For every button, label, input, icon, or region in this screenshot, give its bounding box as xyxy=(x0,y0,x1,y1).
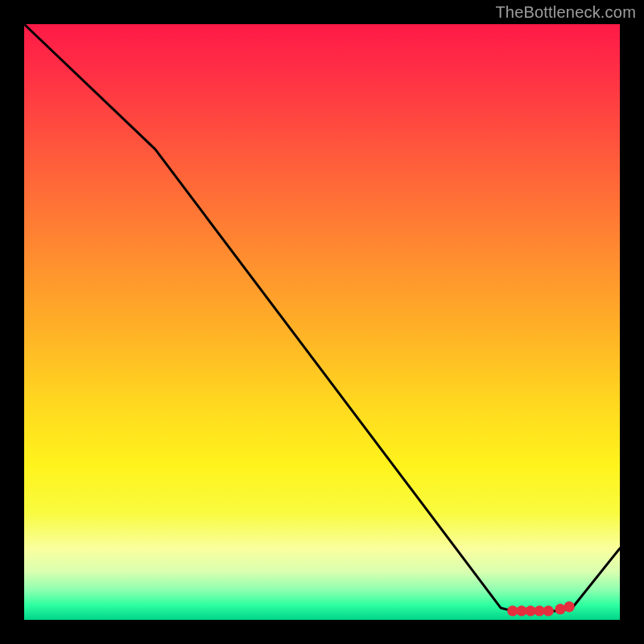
chart-marker xyxy=(564,601,574,612)
chart-marker xyxy=(543,605,554,616)
chart-markers xyxy=(507,601,575,617)
chart-line xyxy=(24,24,620,611)
attribution-text: TheBottleneck.com xyxy=(495,3,636,22)
chart-frame: TheBottleneck.com xyxy=(0,0,644,644)
chart-overlay xyxy=(24,24,620,620)
